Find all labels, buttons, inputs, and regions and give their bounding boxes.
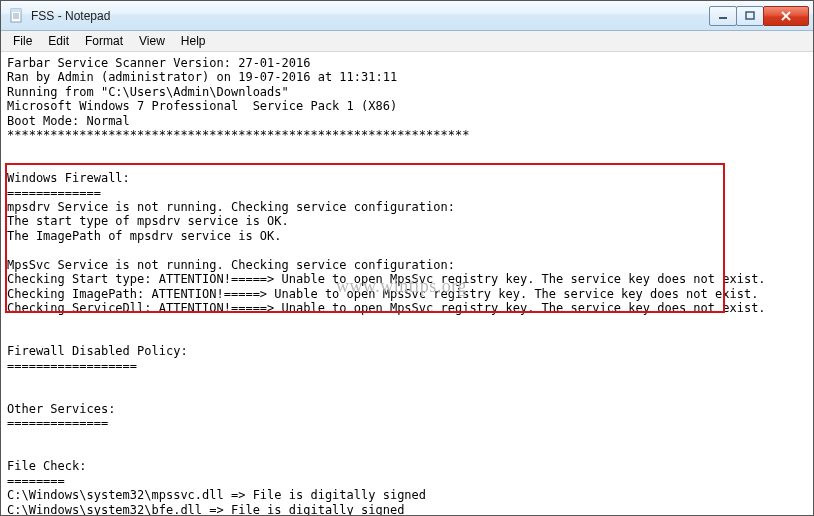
minimize-icon bbox=[718, 11, 728, 21]
content-line: ============== bbox=[7, 416, 108, 430]
content-line: Checking ServiceDll: ATTENTION!=====> Un… bbox=[7, 301, 766, 315]
menu-edit[interactable]: Edit bbox=[40, 32, 77, 50]
content-line: ============= bbox=[7, 186, 101, 200]
menu-help[interactable]: Help bbox=[173, 32, 214, 50]
content-line: Farbar Service Scanner Version: 27-01-20… bbox=[7, 56, 310, 70]
content-line: ****************************************… bbox=[7, 128, 469, 142]
content-line: MpsSvc Service is not running. Checking … bbox=[7, 258, 455, 272]
content-line: Ran by Admin (administrator) on 19-07-20… bbox=[7, 70, 397, 84]
content-line: Firewall Disabled Policy: bbox=[7, 344, 188, 358]
content-line: Windows Firewall: bbox=[7, 171, 130, 185]
content-line: mpsdrv Service is not running. Checking … bbox=[7, 200, 455, 214]
content-line: ================== bbox=[7, 359, 137, 373]
content-line: ======== bbox=[7, 474, 65, 488]
content-line: Microsoft Windows 7 Professional Service… bbox=[7, 99, 397, 113]
titlebar[interactable]: FSS - Notepad bbox=[1, 1, 813, 31]
content-line: C:\Windows\system32\bfe.dll => File is d… bbox=[7, 503, 404, 515]
notepad-icon bbox=[9, 8, 25, 24]
close-icon bbox=[780, 11, 792, 21]
window-controls bbox=[710, 6, 809, 26]
svg-rect-6 bbox=[746, 12, 754, 19]
text-content[interactable]: Farbar Service Scanner Version: 27-01-20… bbox=[1, 52, 813, 515]
menu-format[interactable]: Format bbox=[77, 32, 131, 50]
menubar: File Edit Format View Help bbox=[1, 31, 813, 52]
content-line: The ImagePath of mpsdrv service is OK. bbox=[7, 229, 282, 243]
maximize-button[interactable] bbox=[736, 6, 764, 26]
menu-file[interactable]: File bbox=[5, 32, 40, 50]
content-line: Checking ImagePath: ATTENTION!=====> Una… bbox=[7, 287, 758, 301]
svg-rect-1 bbox=[11, 9, 21, 12]
content-line: C:\Windows\system32\mpssvc.dll => File i… bbox=[7, 488, 426, 502]
menu-view[interactable]: View bbox=[131, 32, 173, 50]
content-line: Other Services: bbox=[7, 402, 115, 416]
content-line: Boot Mode: Normal bbox=[7, 114, 130, 128]
content-line: The start type of mpsdrv service is OK. bbox=[7, 214, 289, 228]
content-line: Checking Start type: ATTENTION!=====> Un… bbox=[7, 272, 766, 286]
content-line: Running from "C:\Users\Admin\Downloads" bbox=[7, 85, 289, 99]
close-button[interactable] bbox=[763, 6, 809, 26]
window-title: FSS - Notepad bbox=[31, 9, 110, 23]
maximize-icon bbox=[745, 11, 755, 21]
minimize-button[interactable] bbox=[709, 6, 737, 26]
content-line: File Check: bbox=[7, 459, 86, 473]
